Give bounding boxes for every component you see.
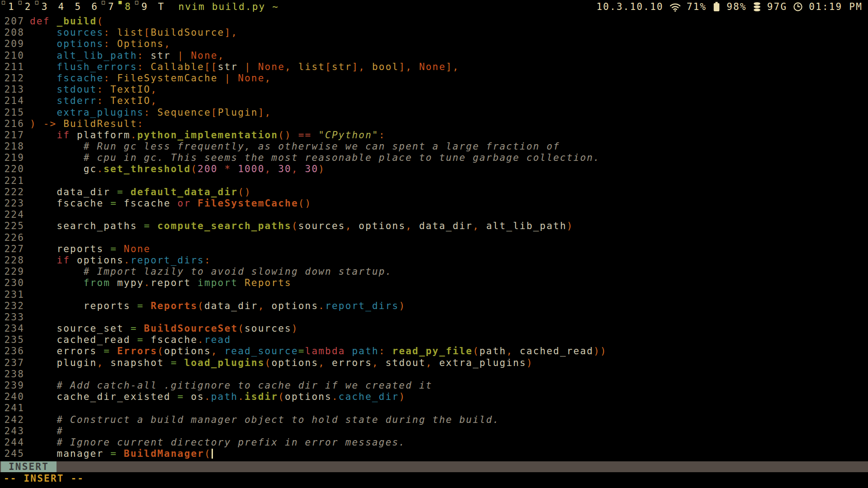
line-content: stderr: TextIO, [24, 95, 157, 107]
code-line-214[interactable]: 214 stderr: TextIO, [0, 95, 868, 107]
code-line-210[interactable]: 210 alt_lib_path: str | None, [0, 50, 868, 61]
tmux-window-3[interactable]: □3 [42, 1, 48, 12]
battery-icon [712, 2, 721, 12]
line-number: 227 [0, 244, 24, 255]
code-line-245[interactable]: 245 manager = BuildManager( [0, 448, 868, 460]
code-line-235[interactable]: 235 cached_read = fscache.read [0, 334, 868, 346]
code-line-241[interactable]: 241 [0, 403, 868, 414]
line-content: errors = Errors(options, read_source=lam… [24, 346, 607, 357]
tmux-window-4[interactable]: 4 [58, 1, 65, 12]
code-line-223[interactable]: 223 fscache = fscache or FileSystemCache… [0, 198, 868, 209]
code-line-226[interactable]: 226 [0, 232, 868, 244]
line-content: from mypy.report import Reports [24, 277, 292, 289]
code-line-237[interactable]: 237 plugin, snapshot = load_plugins(opti… [0, 357, 868, 369]
code-line-212[interactable]: 212 fscache: FileSystemCache | None, [0, 73, 868, 84]
code-line-229[interactable]: 229 # Import lazily to avoid slowing dow… [0, 266, 868, 277]
window-flag-icon: □ [102, 0, 105, 5]
code-line-207[interactable]: 207def _build( [0, 16, 868, 27]
code-line-220[interactable]: 220 gc.set_threshold(200 * 1000, 30, 30) [0, 164, 868, 175]
line-number: 241 [0, 403, 24, 414]
line-number: 237 [0, 357, 24, 369]
line-content: search_paths = compute_search_paths(sour… [24, 221, 573, 232]
mode-badge: INSERT [1, 461, 57, 472]
line-content: alt_lib_path: str | None, [24, 50, 224, 61]
line-content: sources: list[BuildSource], [24, 27, 238, 38]
line-content [24, 209, 30, 221]
code-line-224[interactable]: 224 [0, 209, 868, 221]
line-number: 208 [0, 27, 24, 38]
line-content: ) -> BuildResult: [24, 118, 144, 130]
code-line-233[interactable]: 233 [0, 312, 868, 323]
tmux-window-T[interactable]: T [158, 1, 165, 12]
line-content: source_set = BuildSourceSet(sources) [24, 323, 298, 334]
tmux-window-8[interactable]: ■8 [125, 1, 132, 12]
code-line-213[interactable]: 213 stdout: TextIO, [0, 84, 868, 95]
code-line-221[interactable]: 221 [0, 175, 868, 187]
line-content: # Run gc less frequently, as otherwise w… [24, 141, 560, 152]
code-line-238[interactable]: 238 [0, 369, 868, 380]
editor-buffer[interactable]: 207def _build(208 sources: list[BuildSou… [0, 14, 868, 460]
code-line-244[interactable]: 244 # Ignore current directory prefix in… [0, 437, 868, 448]
line-content: fscache: FileSystemCache | None, [24, 73, 271, 84]
code-line-236[interactable]: 236 errors = Errors(options, read_source… [0, 346, 868, 357]
code-line-230[interactable]: 230 from mypy.report import Reports [0, 277, 868, 289]
tmux-window-2[interactable]: □2 [25, 1, 32, 12]
code-line-215[interactable]: 215 extra_plugins: Sequence[Plugin], [0, 107, 868, 118]
line-content: extra_plugins: Sequence[Plugin], [24, 107, 271, 118]
line-content: reports = Reports(data_dir, options.repo… [24, 300, 406, 312]
code-line-218[interactable]: 218 # Run gc less frequently, as otherwi… [0, 141, 868, 152]
line-content: # Add catch-all .gitignore to cache dir … [24, 380, 433, 391]
line-number: 221 [0, 175, 24, 187]
code-line-239[interactable]: 239 # Add catch-all .gitignore to cache … [0, 380, 868, 391]
line-number: 216 [0, 118, 24, 130]
line-content: manager = BuildManager( [24, 448, 213, 460]
line-content: stdout: TextIO, [24, 84, 157, 95]
code-line-234[interactable]: 234 source_set = BuildSourceSet(sources) [0, 323, 868, 334]
code-line-216[interactable]: 216) -> BuildResult: [0, 118, 868, 130]
window-flag-icon: □ [19, 0, 22, 5]
code-line-222[interactable]: 222 data_dir = default_data_dir() [0, 187, 868, 198]
line-number: 225 [0, 221, 24, 232]
line-number: 228 [0, 255, 24, 266]
line-number: 220 [0, 164, 24, 175]
line-number: 215 [0, 107, 24, 118]
code-line-243[interactable]: 243 # [0, 426, 868, 437]
line-content: # Construct a build manager object to ho… [24, 414, 500, 426]
code-line-228[interactable]: 228 if options.report_dirs: [0, 255, 868, 266]
line-number: 242 [0, 414, 24, 426]
code-line-231[interactable]: 231 [0, 289, 868, 300]
window-flag-icon: □ [35, 0, 38, 5]
code-line-211[interactable]: 211 flush_errors: Callable[[str | None, … [0, 61, 868, 73]
tmux-window-6[interactable]: 6 [91, 1, 98, 12]
code-line-208[interactable]: 208 sources: list[BuildSource], [0, 27, 868, 38]
code-line-225[interactable]: 225 search_paths = compute_search_paths(… [0, 221, 868, 232]
tmux-window-5[interactable]: 5 [75, 1, 81, 12]
code-line-240[interactable]: 240 cache_dir_existed = os.path.isdir(op… [0, 391, 868, 403]
code-line-209[interactable]: 209 options: Options, [0, 38, 868, 50]
code-line-242[interactable]: 242 # Construct a build manager object t… [0, 414, 868, 426]
code-line-217[interactable]: 217 if platform.python_implementation() … [0, 130, 868, 141]
vim-statusline: INSERT [0, 461, 868, 472]
line-number: 218 [0, 141, 24, 152]
line-number: 231 [0, 289, 24, 300]
code-line-219[interactable]: 219 # cpu in gc. This seems the most rea… [0, 152, 868, 164]
code-line-227[interactable]: 227 reports = None [0, 244, 868, 255]
line-number: 232 [0, 300, 24, 312]
line-content: options: Options, [24, 38, 171, 50]
terminal-screen: □1□2□3456□7■8□9T nvim build.py ~ 10.3.10… [0, 0, 868, 488]
line-number: 240 [0, 391, 24, 403]
line-content: gc.set_threshold(200 * 1000, 30, 30) [24, 164, 325, 175]
tmux-window-9[interactable]: □9 [142, 1, 148, 12]
line-number: 207 [0, 16, 24, 27]
tmux-status-right: 10.3.10.1071%98%97G01:19 PM [596, 1, 863, 12]
line-number: 235 [0, 334, 24, 346]
line-number: 234 [0, 323, 24, 334]
cmdline-message: -- INSERT -- [4, 473, 84, 484]
line-number: 229 [0, 266, 24, 277]
code-line-232[interactable]: 232 reports = Reports(data_dir, options.… [0, 300, 868, 312]
tmux-window-1[interactable]: □1 [8, 1, 15, 12]
line-number: 236 [0, 346, 24, 357]
tmux-window-7[interactable]: □7 [108, 1, 115, 12]
line-number: 233 [0, 312, 24, 323]
clock-icon [793, 2, 803, 12]
